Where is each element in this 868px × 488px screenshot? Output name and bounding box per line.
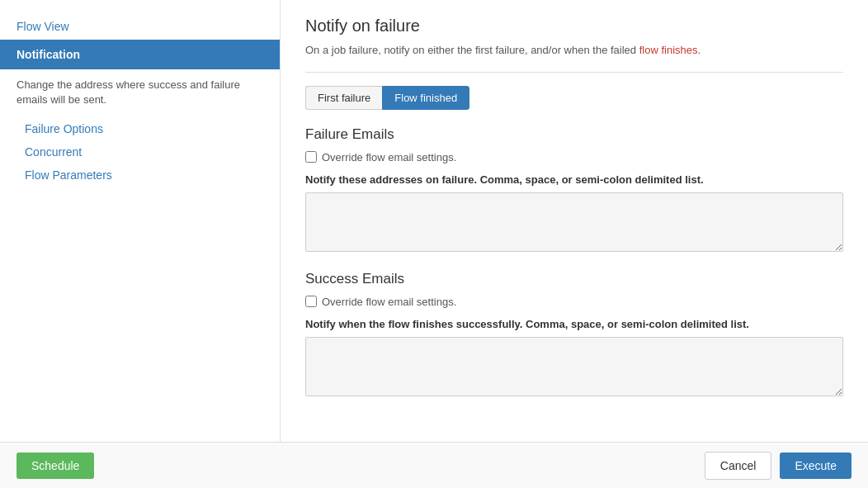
failure-emails-title: Failure Emails: [305, 126, 843, 143]
sidebar-flow-view[interactable]: Flow View: [0, 13, 280, 40]
sidebar-notification-active: Notification: [0, 40, 280, 69]
main-panel: Notify on failure On a job failure, noti…: [281, 0, 868, 442]
notify-title: Notify on failure: [305, 17, 843, 36]
schedule-button[interactable]: Schedule: [17, 452, 94, 479]
success-override-row: Override flow email settings.: [305, 296, 843, 308]
sidebar-flow-parameters[interactable]: Flow Parameters: [0, 163, 280, 187]
tab-first-failure[interactable]: First failure: [305, 86, 382, 110]
cancel-button[interactable]: Cancel: [705, 452, 772, 480]
divider-top: [305, 72, 843, 73]
failure-email-textarea[interactable]: [305, 192, 843, 252]
footer-right: Cancel Execute: [705, 452, 851, 480]
failure-notify-label: Notify these addresses on failure. Comma…: [305, 173, 843, 186]
success-override-label: Override flow email settings.: [322, 296, 456, 308]
notify-description: On a job failure, notify on either the f…: [305, 42, 843, 59]
success-emails-title: Success Emails: [305, 271, 843, 287]
sidebar-failure-options[interactable]: Failure Options: [0, 117, 280, 140]
failure-override-checkbox[interactable]: [305, 151, 317, 163]
sidebar: Flow View Notification Change the addres…: [0, 0, 281, 442]
sidebar-notification-description: Change the address where success and fai…: [0, 73, 280, 117]
tab-group: First failure Flow finished: [305, 86, 843, 110]
footer: Schedule Cancel Execute: [0, 442, 868, 488]
tab-flow-finished[interactable]: Flow finished: [382, 86, 469, 110]
success-notify-label: Notify when the flow finishes successful…: [305, 318, 843, 330]
failure-override-row: Override flow email settings.: [305, 151, 843, 163]
sidebar-concurrent[interactable]: Concurrent: [0, 140, 280, 163]
execute-button[interactable]: Execute: [780, 452, 851, 479]
success-override-checkbox[interactable]: [305, 296, 317, 307]
success-email-textarea[interactable]: [305, 337, 843, 396]
failure-override-label: Override flow email settings.: [322, 151, 456, 163]
